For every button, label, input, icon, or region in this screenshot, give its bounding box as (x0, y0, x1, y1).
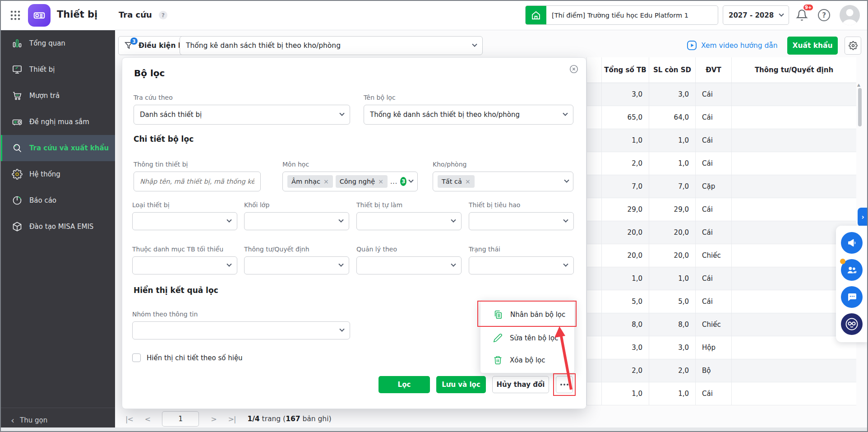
sidebar-item-overview[interactable]: Tổng quan (0, 30, 115, 56)
export-button[interactable]: Xuất khẩu (787, 37, 838, 55)
cell-total: 2,0 (601, 152, 649, 175)
cell-total: 20,0 (601, 221, 649, 244)
video-guide-label: Xem video hướng dẫn (701, 42, 778, 50)
table-row[interactable]: 29,029,0Cái (587, 198, 856, 221)
table-row[interactable]: 1,01,0Cái (587, 129, 856, 152)
col-header-document[interactable]: Thông tư/Quyết định (731, 57, 856, 83)
gear-icon (12, 169, 23, 180)
consumable-select[interactable] (469, 212, 574, 230)
table-settings-button[interactable] (845, 37, 861, 55)
page-help-icon[interactable]: ? (159, 11, 167, 19)
remove-tag-icon[interactable]: × (378, 178, 383, 185)
last-page-button[interactable]: >| (228, 415, 236, 423)
more-tags-count-badge[interactable]: 3 (400, 177, 406, 186)
min-catalog-select[interactable] (132, 256, 237, 274)
chevron-down-icon (472, 42, 477, 47)
video-guide-link[interactable]: Xem video hướng dẫn (687, 40, 778, 51)
modal-title: Bộ lọc (134, 68, 165, 79)
vertical-scrollbar[interactable] (858, 88, 862, 126)
assistant-bot-button[interactable] (841, 313, 863, 335)
sidebar-item-borrow-return[interactable]: Mượn trả (0, 83, 115, 109)
cell-remaining: 2,0 (649, 359, 695, 382)
save-filter-label: Lưu và lọc (442, 381, 480, 389)
cell-document (731, 359, 856, 382)
subject-multiselect[interactable]: Âm nhạc× Công nghệ× ... 3 (282, 172, 418, 191)
save-and-filter-button[interactable]: Lưu và lọc (436, 376, 486, 393)
school-year-select[interactable]: 2027 - 2028 (723, 5, 789, 25)
search-by-select[interactable]: Danh sách thiết bị (134, 105, 350, 125)
sidebar-item-training[interactable]: Đào tạo MISA EMIS (0, 214, 115, 240)
school-name-input[interactable]: [Thí điểm] Trường tiểu học Edu Platform … (546, 6, 718, 24)
dots-icon (563, 384, 565, 386)
device-info-label: Thông tin thiết bị (134, 161, 188, 168)
show-detail-checkbox-row[interactable]: Hiển thị chi tiết theo số hiệu (132, 353, 243, 362)
table-row[interactable]: 20,020,0Cái (587, 221, 856, 244)
circular-select[interactable] (244, 256, 349, 274)
table-row[interactable]: 20,020,0Chiếc (587, 244, 856, 267)
menu-item-rename-filter[interactable]: Sửa tên bộ lọc (480, 327, 574, 349)
table-row[interactable]: 65,064,0Cái (587, 106, 856, 129)
status-select[interactable] (469, 256, 574, 274)
more-actions-button[interactable] (556, 376, 573, 393)
expand-panel-tab[interactable]: › (858, 208, 868, 227)
sidebar-item-purchase-request[interactable]: Đề nghị mua sắm (0, 109, 115, 135)
room-multiselect[interactable]: Tất cả× (433, 172, 573, 191)
user-avatar[interactable] (840, 5, 860, 25)
sidebar-item-equipment[interactable]: Thiết bị (0, 56, 115, 83)
cell-unit: Cái (695, 382, 731, 405)
table-row[interactable]: 3,03,0Hộp (587, 336, 856, 359)
grade-select[interactable] (244, 212, 349, 230)
self-made-select[interactable] (356, 212, 462, 230)
col-header-total[interactable]: Tổng số TB (601, 57, 649, 83)
pagination-text: trang ( (260, 415, 286, 423)
table-row[interactable]: 8,08,0Chiếc (587, 313, 856, 336)
remove-tag-icon[interactable]: × (323, 178, 329, 185)
sidebar-item-label: Tra cứu và xuất khẩu (29, 144, 109, 152)
table-row[interactable]: 7,07,0Cặp (587, 175, 856, 198)
filter-button[interactable]: Lọc (379, 376, 430, 393)
school-year-value: 2027 - 2028 (729, 11, 774, 19)
table-row[interactable]: 3,03,0Cái (587, 83, 856, 106)
table-row[interactable]: 1,01,0Cái (587, 382, 856, 405)
filter-name-select[interactable]: Thống kê danh sách thiết bị theo kho/phò… (364, 105, 573, 125)
sidebar-item-reports[interactable]: Báo cáo (0, 187, 115, 214)
menu-item-delete-filter[interactable]: Xóa bộ lọc (480, 349, 574, 371)
filter-name-value: Thống kê danh sách thiết bị theo kho/phò… (370, 111, 520, 119)
col-header-remaining[interactable]: SL còn SD (649, 57, 695, 83)
sidebar-item-system[interactable]: Hệ thống (0, 161, 115, 187)
menu-item-duplicate-filter[interactable]: Nhân bản bộ lọc (480, 302, 574, 327)
cancel-changes-button[interactable]: Hủy thay đổi (492, 376, 549, 393)
device-type-select[interactable] (132, 212, 237, 230)
announcement-button[interactable] (841, 232, 863, 254)
scrollbar-up-arrow[interactable]: ▲ (857, 83, 860, 87)
close-icon[interactable] (569, 64, 579, 74)
saved-filter-select[interactable]: Thống kê danh sách thiết bị theo kho/phò… (180, 36, 483, 55)
checkbox[interactable] (132, 353, 141, 362)
help-icon[interactable]: ? (818, 9, 830, 21)
page-number-input[interactable]: 1 (162, 411, 199, 427)
app-grid-icon[interactable] (10, 10, 21, 21)
page-fraction: 1/4 (247, 415, 259, 423)
remove-tag-icon[interactable]: × (465, 178, 471, 185)
managed-by-select[interactable] (356, 256, 462, 274)
chat-support-button[interactable] (841, 286, 863, 308)
table-row[interactable]: 5,05,0Cái (587, 290, 856, 313)
device-info-input[interactable] (140, 178, 254, 185)
first-page-button[interactable]: |< (125, 415, 133, 423)
sidebar-item-label: Hệ thống (29, 170, 60, 178)
equipment-app-icon[interactable] (28, 4, 51, 27)
menu-item-label: Nhân bản bộ lọc (510, 311, 565, 319)
group-by-select[interactable] (132, 321, 350, 339)
col-header-unit[interactable]: ĐVT (695, 57, 731, 83)
table-row[interactable]: 2,02,0Bộ (587, 359, 856, 382)
menu-item-label: Xóa bộ lọc (510, 356, 545, 364)
next-page-button[interactable]: > (211, 415, 216, 423)
sidebar-item-search-export[interactable]: Tra cứu và xuất khẩu (0, 135, 115, 161)
device-info-input-wrap (134, 172, 261, 191)
cell-total: 3,0 (601, 83, 649, 106)
table-row[interactable]: 1,01,0Cái (587, 267, 856, 290)
table-row[interactable]: 2,01,0Cái (587, 152, 856, 175)
prev-page-button[interactable]: < (145, 415, 150, 423)
cell-unit: Bộ (695, 359, 731, 382)
home-icon-button[interactable] (526, 6, 546, 24)
